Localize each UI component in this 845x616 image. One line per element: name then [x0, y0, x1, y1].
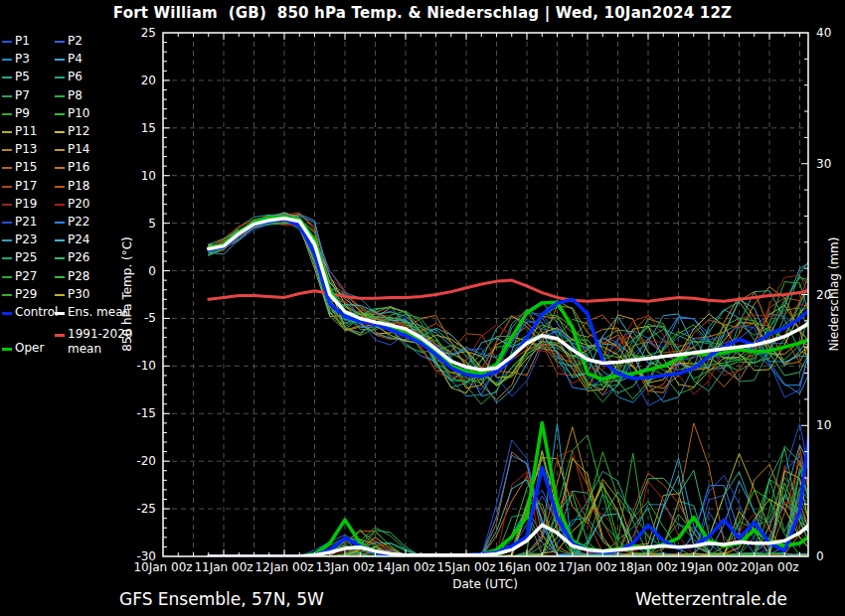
legend-item-p24: P24 — [55, 232, 90, 247]
legend-label: P15 — [15, 160, 38, 175]
legend-swatch — [55, 312, 65, 315]
legend-label: P14 — [68, 142, 90, 157]
legend-label: P29 — [15, 287, 38, 302]
x-tick-label: 20Jan 00z — [740, 560, 798, 574]
legend-label: P21 — [15, 215, 38, 230]
legend-item-p12: P12 — [55, 124, 90, 139]
legend-swatch — [55, 131, 65, 133]
legend-item-1991-2020-mean: 1991-2020mean — [55, 327, 132, 357]
legend-swatch — [55, 294, 65, 296]
legend-item-p6: P6 — [55, 70, 83, 84]
y-right-tick-label: 20 — [816, 288, 831, 302]
legend-label: P7 — [15, 88, 30, 103]
legend-item-p30: P30 — [55, 287, 90, 302]
legend-label: P11 — [15, 124, 38, 139]
legend-swatch — [2, 186, 12, 188]
legend-label: P2 — [68, 34, 83, 49]
legend-swatch — [55, 257, 65, 259]
x-axis-title: Date (UTC) — [452, 577, 518, 591]
legend-label: P1 — [15, 34, 30, 49]
footer-model-label: GFS Ensemble, 57N, 5W — [119, 589, 324, 609]
control_precip-line — [209, 386, 815, 556]
legend-label: P28 — [68, 269, 90, 284]
member-temp-line-P7 — [209, 217, 815, 389]
legend-label: P26 — [68, 250, 90, 265]
legend-label: P8 — [68, 88, 83, 103]
legend-item-ens-mean: Ens. mean — [55, 305, 130, 320]
legend-label: P22 — [68, 215, 90, 230]
member-temp-line-P22 — [209, 216, 815, 389]
legend-swatch — [55, 167, 65, 169]
legend-swatch — [2, 257, 12, 259]
footer-site-label: Wetterzentrale.de — [635, 589, 787, 609]
climate_temp-line — [209, 280, 815, 301]
legend-label: Control — [15, 305, 58, 320]
legend-item-p16: P16 — [55, 160, 90, 175]
legend-label: P9 — [15, 106, 30, 121]
x-tick-label: 18Jan 00z — [618, 560, 677, 574]
legend-item-p3: P3 — [2, 52, 30, 67]
legend-swatch — [2, 149, 12, 151]
member-temp-line-P21 — [209, 218, 815, 406]
legend-swatch — [2, 167, 12, 169]
legend-item-p13: P13 — [2, 142, 38, 157]
legend-swatch — [55, 222, 65, 224]
legend-swatch — [55, 59, 65, 61]
legend-item-p14: P14 — [55, 142, 90, 157]
legend-label: P6 — [68, 70, 83, 84]
meteogram-page: Fort William (GB) 850 hPa Temp. & Nieder… — [0, 0, 845, 616]
legend-label: P19 — [15, 197, 38, 212]
legend-item-p20: P20 — [55, 197, 90, 212]
legend-swatch — [2, 95, 12, 97]
data-layer — [209, 213, 815, 556]
legend-swatch — [55, 239, 65, 241]
legend-label: Ens. mean — [68, 305, 130, 320]
legend-swatch — [2, 312, 12, 315]
legend-label: P27 — [15, 269, 38, 284]
legend-swatch — [55, 149, 65, 151]
legend-swatch — [2, 276, 12, 278]
legend-swatch — [55, 77, 65, 78]
legend-item-p28: P28 — [55, 269, 90, 284]
y-right-tick-label: 0 — [816, 549, 824, 563]
legend-item-p18: P18 — [55, 179, 90, 194]
legend-item-p23: P23 — [2, 232, 38, 247]
legend-swatch — [2, 222, 12, 224]
legend-item-p26: P26 — [55, 250, 90, 265]
legend-item-p19: P19 — [2, 197, 38, 212]
y-right-tick-label: 10 — [816, 418, 831, 432]
legend-item-p25: P25 — [2, 250, 38, 265]
legend-label: Oper — [15, 341, 44, 356]
legend-label: P13 — [15, 142, 38, 157]
legend-swatch — [55, 41, 65, 43]
legend-item-p17: P17 — [2, 179, 38, 194]
legend-swatch — [55, 204, 65, 206]
legend-item-p22: P22 — [55, 215, 90, 230]
x-tick-label: 15Jan 00z — [436, 560, 495, 574]
legend-item-p27: P27 — [2, 269, 38, 284]
x-tick-label: 11Jan 00z — [194, 560, 253, 574]
legend-swatch — [2, 59, 12, 61]
legend-item-control: Control — [2, 305, 58, 320]
legend-label: P17 — [15, 179, 38, 194]
legend-label: P20 — [68, 197, 90, 212]
legend-swatch — [2, 239, 12, 241]
legend-swatch — [2, 41, 12, 43]
legend-label: P5 — [15, 70, 30, 84]
legend-item-p8: P8 — [55, 88, 83, 103]
x-tick-label: 19Jan 00z — [679, 560, 738, 574]
legend-swatch — [2, 294, 12, 296]
x-tick-label: 14Jan 00z — [376, 560, 434, 574]
legend-swatch — [2, 204, 12, 206]
legend-item-p15: P15 — [2, 160, 38, 175]
legend: P1P3P5P7P9P11P13P15P17P19P21P23P25P27P29… — [2, 0, 163, 566]
legend-item-p29: P29 — [2, 287, 38, 302]
legend-swatch — [2, 131, 12, 133]
legend-item-p4: P4 — [55, 52, 83, 67]
legend-item-p5: P5 — [2, 70, 30, 84]
legend-swatch — [55, 334, 65, 337]
legend-label: P4 — [68, 52, 83, 67]
legend-swatch — [55, 276, 65, 278]
x-tick-label: 17Jan 00z — [558, 560, 616, 574]
legend-label: P10 — [68, 106, 90, 121]
